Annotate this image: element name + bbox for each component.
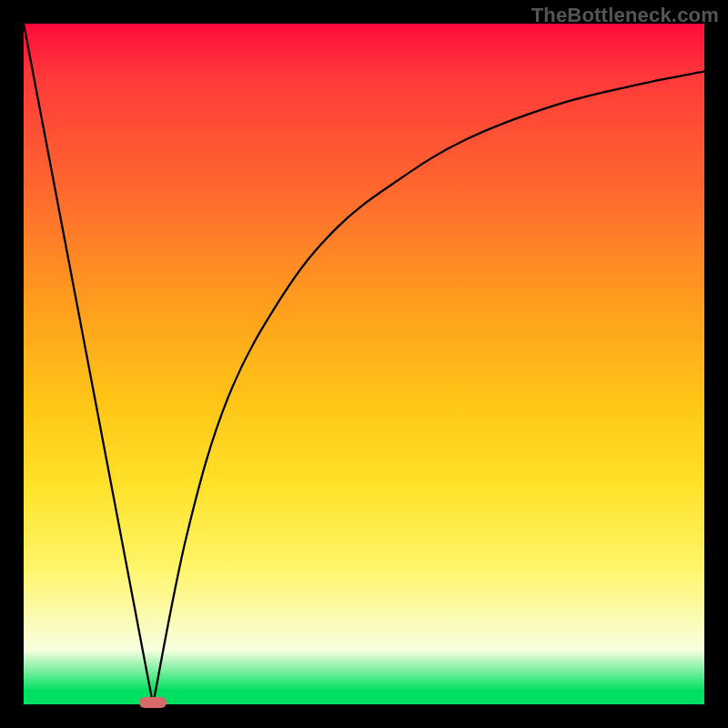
plot-area-border [24, 24, 704, 704]
optimum-marker [139, 697, 167, 708]
chart-frame: TheBottleneck.com [0, 0, 728, 728]
chart-curve-svg [24, 24, 704, 704]
curve-right [153, 71, 704, 704]
watermark-text: TheBottleneck.com [531, 4, 719, 27]
curve-left-slope [24, 24, 153, 704]
